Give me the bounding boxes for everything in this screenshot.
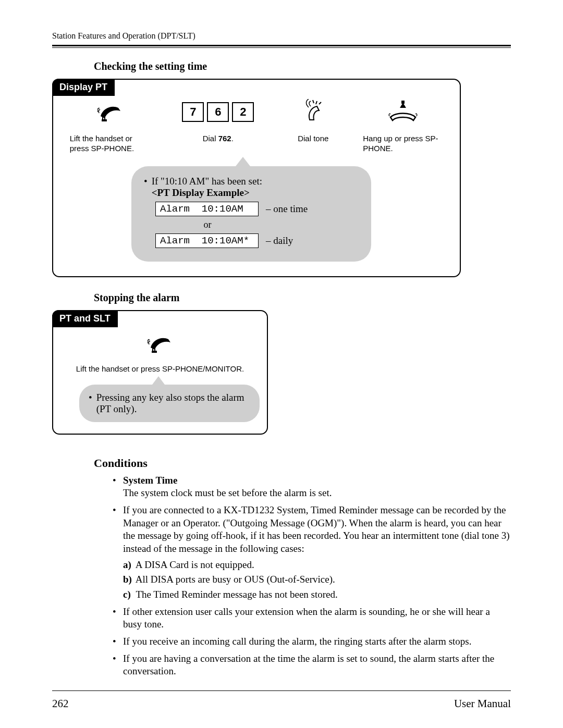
- checking-step-1: Lift the handset or press SP-PHONE.: [66, 97, 154, 154]
- dial-caption-pre: Dial: [203, 134, 218, 143]
- annot-onetime: – one time: [266, 203, 308, 215]
- cond-2b: b) All DISA ports are busy or OUS (Out-o…: [123, 573, 511, 586]
- cond-1-title: System Time: [123, 475, 177, 486]
- checking-step-4-caption: Hang up or press SP-PHONE.: [359, 134, 447, 154]
- cond-busy-tone: If other extension user calls your exten…: [113, 606, 511, 631]
- running-head: Station Features and Operation (DPT/SLT): [52, 31, 511, 41]
- checking-step-2: 7 6 2 Dial 762.: [168, 97, 267, 144]
- cond-kx-td1232: If you are connected to a KX-TD1232 Syst…: [113, 504, 511, 601]
- checking-step-4: Hang up or press SP-PHONE.: [359, 97, 447, 154]
- conditions-list: System Time The system clock must be set…: [113, 474, 511, 678]
- header-rule: [52, 45, 511, 48]
- pt-display-daily: Alarm 10:10AM*: [155, 233, 259, 248]
- callout-line2: <PT Display Example>: [152, 187, 262, 199]
- bullet: •: [89, 392, 92, 415]
- bullet: •: [144, 176, 148, 187]
- footer-rule: [52, 690, 511, 691]
- checking-step-1-caption: Lift the handset or press SP-PHONE.: [66, 134, 154, 154]
- stopping-callout: • Pressing any key also stops the alarm …: [79, 385, 260, 422]
- dial-digit-1: 7: [182, 102, 204, 122]
- offhook-icon: [97, 101, 123, 124]
- dial-digit-3: 2: [232, 102, 254, 122]
- stopping-note: Pressing any key also stops the alarm (P…: [96, 392, 250, 415]
- stopping-tab: PT and SLT: [52, 310, 118, 327]
- stopping-caption: Lift the handset or press SP-PHONE/MONIT…: [59, 364, 261, 373]
- svg-rect-0: [401, 101, 405, 104]
- stopping-step: Lift the handset or press SP-PHONE/MONIT…: [53, 320, 267, 373]
- callout-or: or: [155, 219, 260, 230]
- pt-display-onetime: Alarm 10:10AM: [155, 202, 259, 216]
- callout-pointer-icon: [152, 376, 165, 385]
- conditions-heading: Conditions: [94, 456, 511, 470]
- dial-caption-post: .: [231, 134, 234, 143]
- stopping-box: PT and SLT Lift the handset or press SP-…: [52, 310, 268, 435]
- checking-title: Checking the setting time: [94, 60, 511, 72]
- cond-2-body: If you are connected to a KX-TD1232 Syst…: [123, 504, 510, 554]
- offhook-icon: [148, 332, 173, 355]
- checking-step-3-caption: Dial tone: [282, 134, 345, 144]
- dial-caption-bold: 762: [218, 134, 231, 143]
- dial-digit-2: 6: [207, 102, 229, 122]
- cond-incoming-call: If you receive an incoming call during t…: [113, 635, 511, 648]
- checking-callout: • If "10:10 AM" has been set: <PT Displa…: [131, 166, 371, 262]
- cond-conversation: If you are having a conversation at the …: [113, 652, 511, 678]
- hangup-icon: [387, 101, 419, 124]
- cond-2c: c) The Timed Reminder message has not be…: [123, 588, 511, 601]
- cond-1-body: The system clock must be set before the …: [123, 487, 332, 498]
- checking-box: Display PT Lift the handset or: [52, 79, 461, 277]
- dialtone-icon: [300, 99, 326, 125]
- page-number: 262: [52, 697, 69, 710]
- footer-label: User Manual: [454, 697, 511, 710]
- callout-pointer-icon: [236, 157, 250, 166]
- checking-step-2-caption: Dial 762.: [168, 134, 267, 144]
- stopping-title: Stopping the alarm: [94, 292, 511, 304]
- annot-daily: – daily: [266, 235, 293, 246]
- callout-line1: If "10:10 AM" has been set:: [152, 176, 262, 187]
- cond-2a: a) A DISA Card is not equipped.: [123, 559, 511, 572]
- cond-system-time: System Time The system clock must be set…: [113, 474, 511, 500]
- checking-tab: Display PT: [52, 79, 115, 96]
- checking-step-3: Dial tone: [282, 97, 345, 144]
